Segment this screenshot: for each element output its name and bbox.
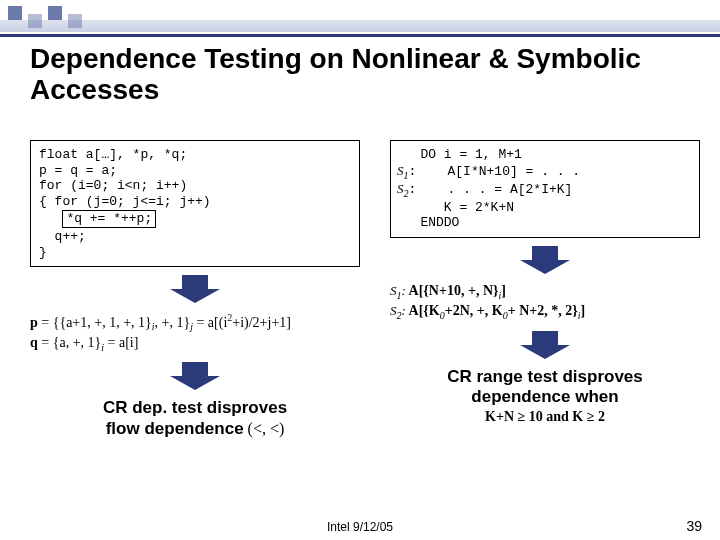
header-squares [8, 6, 88, 20]
slide-header-band [0, 0, 720, 37]
page-number: 39 [686, 518, 702, 534]
code-line: A[I*N+10] = . . . [416, 164, 580, 179]
cr-expression-left: p = {{a+1, +, 1, +, 1}i, +, 1}j = a[(i2+… [30, 311, 360, 354]
code-box-left: float a[…], *p, *q; p = q = a; for (i=0;… [30, 140, 360, 267]
conclusion-condition: K+N ≥ 10 and K ≥ 2 [390, 409, 700, 426]
code-line: float a[…], *p, *q; [39, 147, 187, 162]
decor-square [48, 6, 62, 20]
code-line: K = 2*K+N [397, 200, 514, 215]
code-line: ENDDO [397, 215, 459, 230]
decor-square [68, 14, 82, 28]
code-line: q++; [39, 229, 86, 244]
code-line: p = q = a; [39, 163, 117, 178]
code-line: DO i = 1, M+1 [397, 147, 522, 162]
down-arrow-icon [510, 246, 580, 274]
right-column: DO i = 1, M+1 S1: A[I*N+10] = . . . S2: … [390, 140, 700, 426]
expr-p: p [30, 315, 38, 330]
down-arrow-icon [160, 362, 230, 390]
decor-square [8, 6, 22, 20]
conclusion-right: CR range test disproves dependence when … [390, 367, 700, 427]
code-line: . . . = A[2*I+K] [416, 182, 572, 197]
decor-square [28, 14, 42, 28]
down-arrow-icon [510, 331, 580, 359]
slide-title: Dependence Testing on Nonlinear & Symbol… [30, 44, 700, 106]
code-line: } [39, 245, 47, 260]
header-gradient [0, 20, 720, 32]
highlighted-stmt: *q += *++p; [62, 210, 156, 228]
down-arrow-icon [160, 275, 230, 303]
footer-date: Intel 9/12/05 [0, 520, 720, 534]
code-line: for (i=0; i<n; i++) [39, 178, 187, 193]
code-box-right: DO i = 1, M+1 S1: A[I*N+10] = . . . S2: … [390, 140, 700, 238]
conclusion-left: CR dep. test disproves flow dependence (… [30, 398, 360, 439]
code-line: { for (j=0; j<=i; j++) [39, 194, 211, 209]
left-column: float a[…], *p, *q; p = q = a; for (i=0;… [30, 140, 360, 439]
cr-expression-right: S1: A[{N+10, +, N}i] S2: A[{K0+2N, +, K0… [390, 282, 700, 323]
expr-q: q [30, 335, 38, 350]
